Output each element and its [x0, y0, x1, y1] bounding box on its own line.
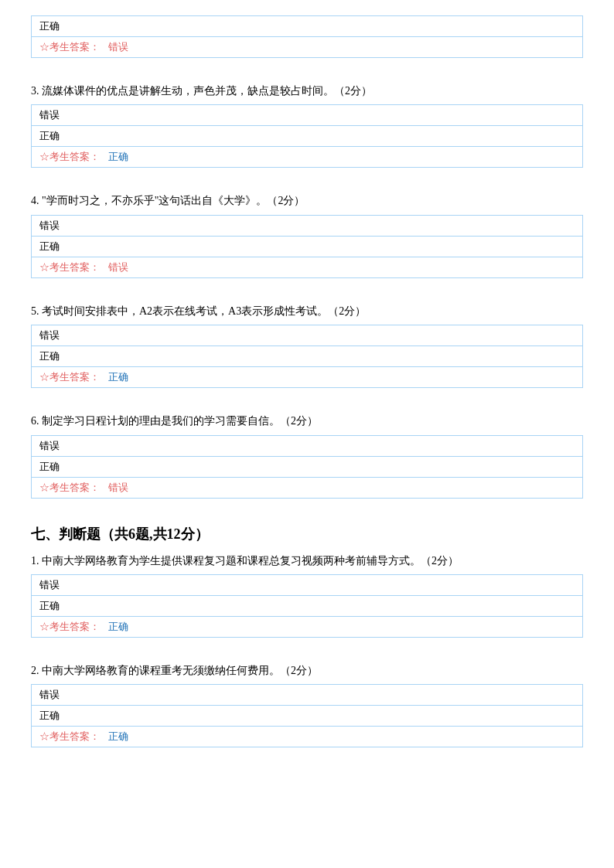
answer-value: 错误 [108, 482, 128, 493]
prev-answer-block: 正确 ☆考生答案： 错误 [31, 15, 583, 69]
answer-cell: ☆考生答案： 错误 [32, 37, 583, 58]
option-cell: 正确 [32, 706, 583, 727]
answer-row: ☆考生答案： 错误 [32, 37, 583, 58]
option-cell: 错误 [32, 574, 583, 595]
question-6-block: 6. 制定学习日程计划的理由是我们的学习需要自信。（2分） 错误 正确 ☆考生答… [31, 413, 583, 509]
answer-cell: ☆考生答案： 正确 [32, 147, 583, 168]
question-3-options: 错误 正确 ☆考生答案： 正确 [31, 104, 583, 168]
question-3-block: 3. 流媒体课件的优点是讲解生动，声色并茂，缺点是较占时间。（2分） 错误 正确… [31, 83, 583, 179]
table-row: 正确 [32, 126, 583, 147]
option-cell: 正确 [32, 346, 583, 367]
s7-question-2-title: 2. 中南大学网络教育的课程重考无须缴纳任何费用。（2分） [31, 662, 583, 679]
table-row: 正确 [32, 706, 583, 727]
table-row: 错误 [32, 435, 583, 456]
answer-value: 正确 [108, 151, 128, 162]
question-6-options: 错误 正确 ☆考生答案： 错误 [31, 435, 583, 499]
question-text: 流媒体课件的优点是讲解生动，声色并茂，缺点是较占时间。（2分） [42, 85, 372, 97]
answer-label: ☆考生答案： [39, 621, 100, 632]
question-4-options: 错误 正确 ☆考生答案： 错误 [31, 215, 583, 278]
answer-label: ☆考生答案： [39, 371, 100, 383]
answer-label: ☆考生答案： [39, 730, 100, 742]
answer-value: 错误 [108, 261, 128, 273]
answer-cell: ☆考生答案： 正确 [32, 367, 583, 388]
answer-label: ☆考生答案： [39, 151, 100, 162]
answer-cell: ☆考生答案： 正确 [32, 616, 583, 637]
answer-cell: ☆考生答案： 错误 [32, 257, 583, 277]
answer-cell: ☆考生答案： 正确 [32, 727, 583, 747]
answer-row: ☆考生答案： 正确 [32, 367, 583, 388]
prev-options-table: 正确 ☆考生答案： 错误 [31, 15, 583, 58]
option-cell: 正确 [32, 456, 583, 477]
question-5-options: 错误 正确 ☆考生答案： 正确 [31, 325, 583, 388]
table-row: 正确 [32, 16, 583, 37]
option-cell: 正确 [32, 16, 583, 37]
answer-value: 正确 [108, 371, 128, 383]
s7-question-2-block: 2. 中南大学网络教育的课程重考无须缴纳任何费用。（2分） 错误 正确 ☆考生答… [31, 662, 583, 758]
option-cell: 错误 [32, 105, 583, 126]
table-row: 错误 [32, 215, 583, 236]
table-row: 正确 [32, 236, 583, 257]
answer-cell: ☆考生答案： 错误 [32, 477, 583, 498]
answer-label: ☆考生答案： [39, 261, 100, 273]
answer-row: ☆考生答案： 正确 [32, 616, 583, 637]
answer-label: ☆考生答案： [39, 482, 100, 493]
table-row: 错误 [32, 574, 583, 595]
option-cell: 正确 [32, 236, 583, 257]
question-4-block: 4. "学而时习之，不亦乐乎"这句话出自《大学》。（2分） 错误 正确 ☆考生答… [31, 192, 583, 288]
question-4-title: 4. "学而时习之，不亦乐乎"这句话出自《大学》。（2分） [31, 192, 583, 209]
answer-value: 正确 [108, 621, 128, 632]
answer-value: 错误 [108, 41, 128, 53]
s7-question-1-options: 错误 正确 ☆考生答案： 正确 [31, 574, 583, 638]
answer-label: ☆考生答案： [39, 41, 100, 53]
question-6-title: 6. 制定学习日程计划的理由是我们的学习需要自信。（2分） [31, 413, 583, 430]
option-cell: 错误 [32, 215, 583, 236]
s7-question-2-options: 错误 正确 ☆考生答案： 正确 [31, 684, 583, 747]
table-row: 错误 [32, 685, 583, 706]
answer-row: ☆考生答案： 正确 [32, 147, 583, 168]
option-cell: 错误 [32, 685, 583, 706]
answer-row: ☆考生答案： 错误 [32, 257, 583, 277]
question-5-block: 5. 考试时间安排表中，A2表示在线考试，A3表示形成性考试。（2分） 错误 正… [31, 303, 583, 399]
answer-row: ☆考生答案： 正确 [32, 727, 583, 747]
answer-value: 正确 [108, 730, 128, 742]
table-row: 错误 [32, 325, 583, 346]
option-cell: 正确 [32, 126, 583, 147]
option-cell: 错误 [32, 435, 583, 456]
question-number: 3 [31, 85, 36, 97]
option-cell: 正确 [32, 595, 583, 616]
table-row: 错误 [32, 105, 583, 126]
option-cell: 错误 [32, 325, 583, 346]
table-row: 正确 [32, 346, 583, 367]
answer-row: ☆考生答案： 错误 [32, 477, 583, 498]
question-3-title: 3. 流媒体课件的优点是讲解生动，声色并茂，缺点是较占时间。（2分） [31, 83, 583, 100]
section-7-header: 七、判断题（共6题,共12分） [31, 525, 583, 543]
table-row: 正确 [32, 595, 583, 616]
table-row: 正确 [32, 456, 583, 477]
s7-question-1-block: 1. 中南大学网络教育为学生提供课程复习题和课程总复习视频两种考前辅导方式。（2… [31, 553, 583, 648]
s7-question-1-title: 1. 中南大学网络教育为学生提供课程复习题和课程总复习视频两种考前辅导方式。（2… [31, 553, 583, 570]
question-5-title: 5. 考试时间安排表中，A2表示在线考试，A3表示形成性考试。（2分） [31, 303, 583, 320]
